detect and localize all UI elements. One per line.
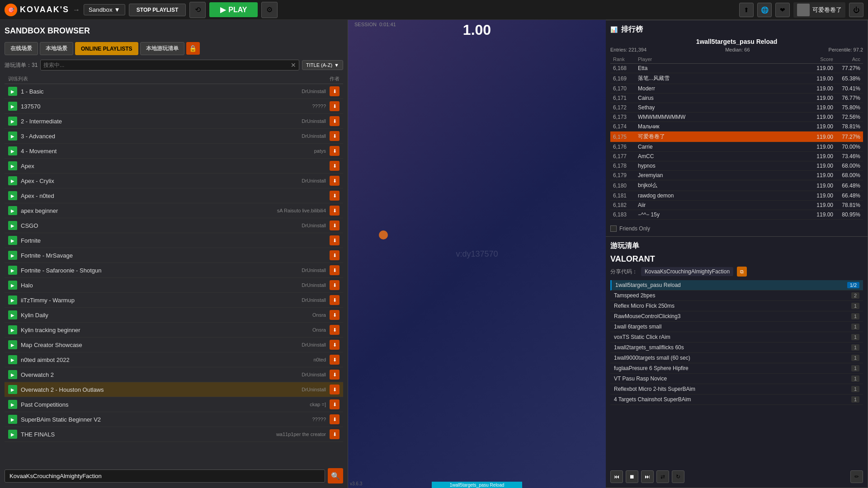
lb-row[interactable]: 6,171 Cairus 119.00 76.77% xyxy=(610,94,863,103)
nav-stop-button[interactable]: ⏹ xyxy=(626,470,638,483)
download-button[interactable]: ⬇ xyxy=(330,86,340,96)
playlist-item[interactable]: ▶ 2 - Intermediate DrUninstall ⬇ xyxy=(5,114,343,129)
scenario-item[interactable]: Tamspeed 2bpes 2 xyxy=(610,291,863,301)
playlist-item[interactable]: ▶ Map Creator Showcase DrUninstall ⬇ xyxy=(5,338,343,352)
playlist-item[interactable]: ▶ 1 - Basic DrUninstall ⬇ xyxy=(5,84,343,99)
scenario-item[interactable]: 1wall 6targets small 1 xyxy=(610,322,863,332)
copy-code-button[interactable]: ⧉ xyxy=(737,267,747,277)
playlist-item[interactable]: ▶ THE FINALS wa11p1per the creator ⬇ xyxy=(5,427,343,442)
search-input[interactable] xyxy=(43,62,291,68)
tab-local-scenes[interactable]: 本地场景 xyxy=(40,42,73,55)
download-button[interactable]: ⬇ xyxy=(330,280,340,290)
lb-row[interactable]: 6,184 Erarush 119.00 82.64% xyxy=(610,220,863,222)
download-button[interactable]: ⬇ xyxy=(330,250,340,260)
download-button[interactable]: ⬇ xyxy=(330,355,340,365)
playlist-item[interactable]: ▶ Fortnite - MrSavage ⬇ xyxy=(5,248,343,263)
download-button[interactable]: ⬇ xyxy=(330,295,340,305)
playlist-item[interactable]: ▶ CSGO DrUninstall ⬇ xyxy=(5,218,343,233)
topbar-icon-btn-1[interactable]: ⬆ xyxy=(739,3,754,17)
download-button[interactable]: ⬇ xyxy=(330,310,340,320)
playlist-item[interactable]: ▶ Halo DrUninstall ⬇ xyxy=(5,278,343,293)
download-button[interactable]: ⬇ xyxy=(330,265,340,275)
play-button[interactable]: ▶ PLAY xyxy=(209,2,258,17)
playlist-item[interactable]: ▶ iiTzTimmy - Warmup DrUninstall ⬇ xyxy=(5,293,343,308)
playlist-item[interactable]: ▶ Fortnite - Safaroonie - Shotgun DrUnin… xyxy=(5,263,343,278)
topbar-settings-left-button[interactable]: ⟲ xyxy=(189,2,206,18)
scenario-item[interactable]: Reflex Micro Flick 250ms 1 xyxy=(610,301,863,311)
download-button[interactable]: ⬇ xyxy=(330,146,340,156)
playlist-item[interactable]: ▶ Kylin tracking beginner Onsra ⬇ xyxy=(5,323,343,338)
scenario-item[interactable]: 1wall2targets_smallflicks 60s 1 xyxy=(610,343,863,353)
playlist-item[interactable]: ▶ Fortnite ⬇ xyxy=(5,233,343,248)
sort-button[interactable]: TITLE (A-Z) ▼ xyxy=(302,60,343,70)
download-button[interactable]: ⬇ xyxy=(330,221,340,230)
download-button[interactable]: ⬇ xyxy=(330,340,340,350)
playlist-item[interactable]: ▶ Apex - n0ted ⬇ xyxy=(5,188,343,203)
lb-row[interactable]: 6,174 Мальчик 119.00 78.81% xyxy=(610,122,863,131)
playlist-item[interactable]: ▶ Overwatch 2 DrUninstall ⬇ xyxy=(5,367,343,382)
lb-row[interactable]: 6,176 Carrie 119.00 70.00% xyxy=(610,142,863,152)
filter-icon-button[interactable]: 🔒 xyxy=(186,42,200,55)
lb-row[interactable]: 6,169 落笔...风藏雪 119.00 65.38% xyxy=(610,73,863,84)
nav-next-button[interactable]: ⏭ xyxy=(641,470,654,483)
download-button[interactable]: ⬇ xyxy=(330,131,340,141)
playlist-item[interactable]: ▶ SuperBAim Static Beginner V2 ????? ⬇ xyxy=(5,412,343,427)
scenario-item[interactable]: fuglaaPresure 6 Sphere Hipfire 1 xyxy=(610,363,863,374)
playlist-item[interactable]: ▶ 137570 ????? ⬇ xyxy=(5,99,343,114)
lb-row[interactable]: 6,170 Moderr 119.00 70.41% xyxy=(610,84,863,94)
download-button[interactable]: ⬇ xyxy=(330,385,340,394)
topbar-icon-btn-2[interactable]: 🌐 xyxy=(757,3,772,17)
lb-row[interactable]: 6,183 −^^− 15y 119.00 80.95% xyxy=(610,210,863,220)
playlist-item[interactable]: ▶ 4 - Movement patys ⬇ xyxy=(5,144,343,159)
tab-online-playlists[interactable]: ONLINE PLAYLISTS xyxy=(75,42,138,55)
sandbox-button[interactable]: Sandbox ▼ xyxy=(84,4,125,15)
playlist-item[interactable]: ▶ apex beginner sA Raisuto live.bilibili… xyxy=(5,203,343,218)
bottom-search-button[interactable]: 🔍 xyxy=(328,468,343,483)
download-button[interactable]: ⬇ xyxy=(330,325,340,335)
scenario-item[interactable]: 4 Targets Chainshot SuperBAim 1 xyxy=(610,394,863,405)
download-button[interactable]: ⬇ xyxy=(330,399,340,409)
bottom-search-input[interactable] xyxy=(5,469,325,483)
lb-row[interactable]: 6,178 hypnos 119.00 68.00% xyxy=(610,161,863,171)
playlist-item[interactable]: ▶ Apex ⬇ xyxy=(5,159,343,174)
download-button[interactable]: ⬇ xyxy=(330,429,340,439)
playlist-item[interactable]: ▶ Apex - Crylix DrUninstall ⬇ xyxy=(5,174,343,188)
scenario-item[interactable]: VT Pasu Rasp Novice 1 xyxy=(610,374,863,384)
download-button[interactable]: ⬇ xyxy=(330,101,340,111)
loop-button[interactable]: ↻ xyxy=(672,470,684,483)
scenario-item[interactable]: voxTS Static Click rAim 1 xyxy=(610,332,863,343)
tab-online-scenes[interactable]: 在线场景 xyxy=(5,42,38,55)
nav-prev-button[interactable]: ⏮ xyxy=(610,470,623,483)
playlist-item[interactable]: ▶ Past Competitions ckap =] ⬇ xyxy=(5,397,343,412)
download-button[interactable]: ⬇ xyxy=(330,191,340,201)
download-button[interactable]: ⬇ xyxy=(330,161,340,171)
scenario-item[interactable]: 1wall5targets_pasu Reload 1/2 xyxy=(610,280,863,291)
edit-button[interactable]: ✏ xyxy=(850,470,863,483)
friends-only-checkbox[interactable] xyxy=(610,225,617,232)
tab-local-playlists[interactable]: 本地游玩清单 xyxy=(140,42,184,55)
lb-row[interactable]: 6,179 Jeremyian 119.00 68.00% xyxy=(610,171,863,180)
power-button[interactable]: ⏻ xyxy=(849,3,863,17)
search-clear-icon[interactable]: ✕ xyxy=(291,61,296,69)
scenario-item[interactable]: RawMouseControlClicking3 1 xyxy=(610,311,863,322)
scenario-item[interactable]: Reflexbot Micro 2-hits SuperBAim 1 xyxy=(610,384,863,394)
lb-row[interactable]: 6,182 Aiir 119.00 78.81% xyxy=(610,201,863,210)
lb-row[interactable]: 6,168 Etta 119.00 77.27% xyxy=(610,64,863,73)
stop-playlist-button[interactable]: STOP PLAYLIST xyxy=(129,4,186,16)
lb-row[interactable]: 6,177 AmCC 119.00 73.46% xyxy=(610,152,863,161)
playlist-item[interactable]: ▶ Kylin Daily Onsra ⬇ xyxy=(5,308,343,323)
download-button[interactable]: ⬇ xyxy=(330,176,340,186)
shuffle-button[interactable]: ⇄ xyxy=(656,470,669,483)
lb-row[interactable]: 6,175 可爱卷卷了 119.00 77.27% xyxy=(610,131,863,142)
settings-gear-button[interactable]: ⚙ xyxy=(261,2,278,18)
scenario-item[interactable]: 1wall9000targets small (60 sec) 1 xyxy=(610,353,863,363)
playlist-item[interactable]: ▶ 3 - Advanced DrUninstall ⬇ xyxy=(5,129,343,144)
lb-row[interactable]: 6,181 rawdog demon 119.00 66.48% xyxy=(610,191,863,201)
playlist-item[interactable]: ▶ Overwatch 2 - Houston Outlaws DrUninst… xyxy=(5,382,343,397)
download-button[interactable]: ⬇ xyxy=(330,414,340,424)
download-button[interactable]: ⬇ xyxy=(330,370,340,380)
download-button[interactable]: ⬇ xyxy=(330,116,340,126)
topbar-icon-btn-3[interactable]: ❤ xyxy=(775,3,790,17)
lb-row[interactable]: 6,172 Sethay 119.00 75.80% xyxy=(610,103,863,113)
lb-row[interactable]: 6,180 bnjkol么 119.00 66.48% xyxy=(610,180,863,191)
